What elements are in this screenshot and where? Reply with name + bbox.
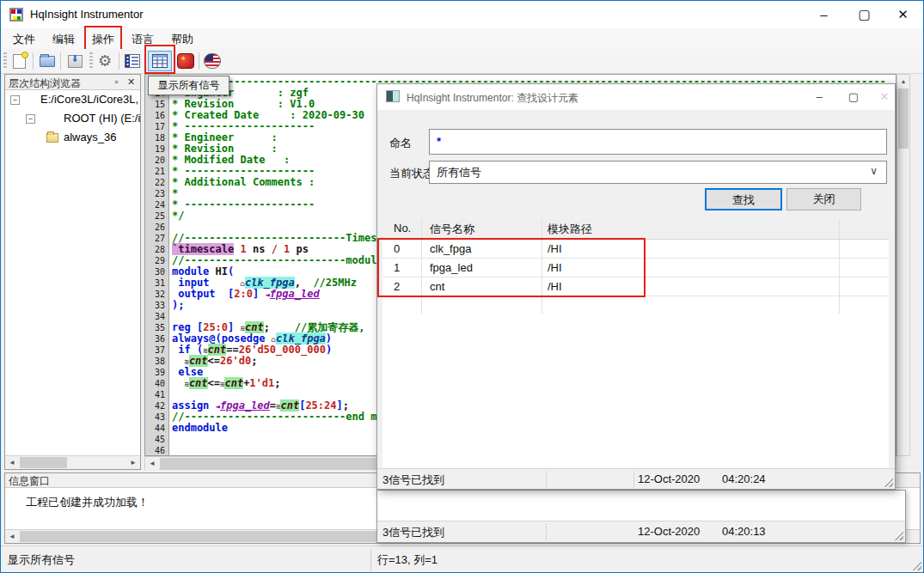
code-text: */ (168, 210, 184, 222)
annotation-box-table-rows (377, 238, 646, 297)
chevron-down-icon[interactable]: ∨ (870, 165, 878, 177)
dialog-logo-icon (386, 90, 400, 102)
scroll-left-icon[interactable]: ◄ (5, 530, 19, 543)
menu-item-file[interactable]: 文件 (8, 28, 40, 51)
line-number: 32 (145, 289, 168, 300)
table-header-cell: 信号名称 (430, 222, 474, 237)
save-project-icon[interactable] (64, 51, 85, 71)
annotation-box-toolbar (144, 45, 175, 74)
line-number: 30 (145, 266, 168, 277)
tree-node-label: ROOT (HI) (E:/iC (64, 112, 140, 125)
line-number: 16 (145, 110, 168, 121)
hierarchy-tree: −E:/iCore3L/iCore3L,−ROOT (HI) (E:/iCalw… (5, 90, 140, 456)
line-number: 33 (145, 300, 168, 311)
toolbar: ⚙ (1, 49, 923, 74)
status-found-message: 3信号已找到 (382, 525, 444, 540)
dialog-minimize-button[interactable]: – (802, 84, 836, 109)
title-bar: HqInsight Instrumentor – ▢ ✕ (1, 1, 923, 28)
line-number: 20 (145, 155, 168, 166)
status-found-message: 3信号已找到 (382, 472, 444, 488)
line-number: 43 (145, 411, 168, 423)
status-date: 12-Oct-2020 (638, 472, 700, 485)
tree-node-always_36[interactable]: always_36 (5, 128, 140, 147)
state-combobox[interactable]: 所有信号 ∨ (429, 161, 887, 184)
open-project-icon[interactable] (37, 51, 58, 71)
line-number: 23 (145, 188, 168, 199)
table-column-divider (839, 219, 840, 314)
line-number: 22 (145, 177, 168, 188)
window-resize-grip[interactable] (912, 561, 921, 570)
tree-expander-icon[interactable]: − (10, 95, 20, 105)
name-input[interactable]: * (429, 129, 887, 155)
scroll-left-icon[interactable]: ◄ (145, 457, 159, 470)
code-text: output [2:0] ◄fpga_led (168, 289, 320, 300)
close-dialog-button[interactable]: 关闭 (786, 188, 861, 210)
new-project-icon[interactable] (9, 51, 29, 71)
status-time: 04:20:24 (722, 472, 766, 485)
line-number: 36 (145, 333, 168, 344)
toolbar-separator (199, 52, 199, 70)
dialog-resize-grip[interactable] (894, 531, 903, 540)
menu-item-operate[interactable]: 操作 (87, 28, 119, 51)
dialog-title-bar: HqInsight Instrumentor: 查找设计元素 – ▢ ✕ (377, 84, 895, 110)
line-number: 19 (145, 143, 168, 155)
dialog-maximize-button[interactable]: ▢ (836, 84, 871, 109)
line-number: 41 (145, 389, 168, 400)
window-title: HqInsight Instrumentor (30, 8, 144, 21)
line-number: 44 (145, 423, 168, 434)
hierarchy-panel-header: 层次结构浏览器 ▫ ✕ (5, 75, 140, 90)
dialog-close-button[interactable]: ✕ (867, 84, 902, 109)
hierarchy-hscrollbar[interactable]: ◄ ► (5, 455, 140, 469)
status-divider (370, 548, 371, 571)
line-number: 46 (145, 445, 168, 456)
scroll-right-icon[interactable]: ► (126, 456, 140, 469)
name-label: 命名 (389, 136, 412, 151)
close-button[interactable]: ✕ (884, 1, 922, 27)
settings-gear-icon[interactable]: ⚙ (95, 51, 115, 71)
tree-node-ROOT (HI) (E:/iC[interactable]: −ROOT (HI) (E:/iC (5, 109, 140, 128)
line-number: 42 (145, 400, 168, 411)
menu-item-edit[interactable]: 编辑 (47, 28, 80, 51)
line-number: 35 (145, 322, 168, 333)
hierarchy-list-icon[interactable] (122, 51, 143, 71)
maximize-button[interactable]: ▢ (845, 1, 884, 27)
status-bar: 显示所有信号 行=13, 列=1 (1, 546, 923, 572)
tooltip: 显示所有信号 (148, 76, 229, 95)
line-number: 45 (145, 434, 168, 445)
code-text (168, 434, 172, 445)
toolbar-separator (119, 52, 119, 70)
dialog-resize-grip[interactable] (884, 478, 893, 487)
scroll-left-icon[interactable]: ◄ (5, 456, 19, 469)
background-find-dialog: 3信号已找到 12-Oct-2020 04:20:13 (376, 490, 906, 543)
line-number: 39 (145, 367, 168, 378)
tree-expander-icon[interactable]: − (26, 114, 35, 124)
language-chinese-flag-icon[interactable] (175, 51, 196, 71)
hierarchy-panel-title: 层次结构浏览器 (9, 77, 81, 89)
folder-icon (46, 133, 58, 143)
line-number: 15 (145, 99, 168, 110)
table-header-cell: 模块路径 (548, 222, 592, 237)
tree-node-label: always_36 (64, 131, 116, 143)
status-time: 04:20:13 (722, 525, 766, 538)
tree-node-label: E:/iCore3L/iCore3L, (40, 93, 138, 106)
line-number: 40 (145, 378, 168, 389)
dialog-statusbar: 3信号已找到 12-Oct-2020 04:20:24 (377, 468, 895, 489)
code-text: * Additional Comments : (168, 177, 315, 188)
info-panel-title: 信息窗口 (9, 475, 50, 487)
line-number: 31 (145, 277, 168, 289)
panel-close-icon[interactable]: ✕ (125, 76, 138, 88)
panel-float-icon[interactable]: ▫ (110, 76, 123, 88)
tree-node-E:/iCore3L/iCore3L,[interactable]: −E:/iCore3L/iCore3L, (5, 90, 140, 109)
background-dialog-statusbar: 3信号已找到 12-Oct-2020 04:20:13 (377, 521, 905, 542)
toolbar-separator (60, 52, 61, 70)
scroll-thumb[interactable] (20, 457, 67, 468)
language-english-flag-icon[interactable] (202, 51, 223, 71)
code-text: ≋cnt<=≋cnt+1'd1; (168, 378, 281, 389)
line-number: 18 (145, 132, 168, 143)
minimize-button[interactable]: – (805, 1, 843, 27)
line-number: 25 (145, 210, 168, 222)
toolbar-separator (33, 52, 34, 70)
find-button[interactable]: 查找 (705, 188, 782, 210)
editor-vscrollbar[interactable]: ▲ (896, 74, 910, 456)
code-text: endmodule (168, 423, 228, 434)
